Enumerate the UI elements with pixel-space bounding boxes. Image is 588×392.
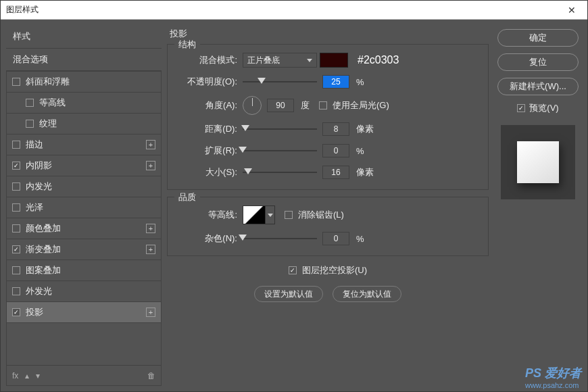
style-label: 外发光 [26, 285, 52, 297]
style-checkbox[interactable] [12, 162, 20, 170]
contour-picker[interactable] [243, 205, 266, 224]
style-item-4[interactable]: 内阴影+ [7, 155, 161, 176]
style-checkbox[interactable] [12, 182, 20, 191]
set-default-button[interactable]: 设置为默认值 [254, 286, 323, 302]
right-column: 确定 复位 新建样式(W)... 预览(V) [494, 25, 582, 386]
contour-dropdown[interactable] [266, 205, 275, 224]
style-label: 投影 [26, 306, 43, 318]
trash-icon[interactable]: 🗑 [147, 371, 155, 381]
angle-label: 角度(A): [178, 99, 243, 112]
angle-field[interactable]: 90 [267, 99, 294, 112]
move-up-icon[interactable]: ▴ [25, 371, 29, 381]
ok-button[interactable]: 确定 [497, 29, 579, 47]
opacity-field[interactable]: 25 [322, 75, 349, 89]
noise-label: 杂色(N): [178, 232, 243, 245]
style-item-0[interactable]: 斜面和浮雕 [7, 72, 161, 93]
sidebar-footer: fx ▴ ▾ 🗑 [6, 366, 162, 386]
distance-field[interactable]: 8 [322, 122, 349, 136]
distance-slider[interactable] [243, 124, 317, 134]
move-down-icon[interactable]: ▾ [36, 371, 40, 381]
size-field[interactable]: 16 [322, 166, 349, 179]
spread-unit: % [356, 146, 364, 156]
style-checkbox[interactable] [12, 287, 20, 295]
style-label: 纹理 [39, 118, 57, 130]
color-hex: #2c0303 [358, 54, 399, 66]
main-panel: 投影 结构 混合模式: 正片叠底 #2c0303 不透明度(O): 25 % 角… [167, 25, 489, 386]
blendmode-label: 混合模式: [178, 54, 243, 66]
style-label: 描边 [26, 139, 43, 151]
angle-dial[interactable] [243, 96, 262, 115]
opacity-unit: % [356, 77, 364, 87]
spread-slider[interactable] [243, 145, 317, 156]
style-checkbox[interactable] [12, 224, 20, 232]
size-unit: 像素 [356, 166, 374, 178]
structure-group: 结构 混合模式: 正片叠底 #2c0303 不透明度(O): 25 % 角度(A… [167, 44, 489, 190]
watermark: PS 爱好者 www.psahz.com [525, 365, 581, 389]
style-item-9[interactable]: 图案叠加 [7, 260, 161, 281]
style-checkbox[interactable] [26, 99, 34, 107]
style-checkbox[interactable] [26, 120, 34, 128]
noise-slider[interactable] [243, 233, 317, 244]
preview-thumbnail [501, 125, 575, 199]
style-list: 斜面和浮雕等高线纹理描边+内阴影+内发光光泽颜色叠加+渐变叠加+图案叠加外发光投… [6, 71, 162, 366]
size-label: 大小(S): [178, 166, 243, 178]
style-checkbox[interactable] [12, 308, 20, 316]
sidebar: 样式 混合选项 斜面和浮雕等高线纹理描边+内阴影+内发光光泽颜色叠加+渐变叠加+… [6, 25, 162, 386]
style-label: 斜面和浮雕 [26, 76, 70, 88]
antialias-checkbox[interactable]: 消除锯齿(L) [285, 209, 344, 221]
preview-checkbox[interactable]: 预览(V) [517, 102, 558, 114]
style-label: 图案叠加 [26, 264, 61, 276]
add-effect-icon[interactable]: + [146, 308, 155, 317]
sidebar-blend-options[interactable]: 混合选项 [6, 49, 162, 71]
style-item-3[interactable]: 描边+ [7, 134, 161, 155]
style-label: 内发光 [26, 180, 52, 193]
add-effect-icon[interactable]: + [146, 245, 155, 254]
effect-title: 投影 [167, 25, 489, 44]
style-item-11[interactable]: 投影+ [7, 302, 161, 323]
window-title: 图层样式 [6, 4, 39, 16]
style-item-8[interactable]: 渐变叠加+ [7, 239, 161, 260]
add-effect-icon[interactable]: + [146, 224, 155, 233]
style-checkbox[interactable] [12, 245, 20, 253]
style-checkbox[interactable] [12, 203, 20, 212]
style-item-6[interactable]: 光泽 [7, 197, 161, 218]
shadow-color-swatch[interactable] [320, 53, 348, 68]
spread-label: 扩展(R): [178, 145, 243, 157]
size-slider[interactable] [243, 167, 317, 178]
opacity-slider[interactable] [243, 76, 317, 87]
fx-menu[interactable]: fx [12, 371, 18, 381]
sidebar-header-styles[interactable]: 样式 [6, 25, 162, 49]
structure-legend: 结构 [174, 39, 200, 51]
style-item-1[interactable]: 等高线 [7, 93, 161, 114]
style-checkbox[interactable] [12, 141, 20, 149]
quality-legend: 品质 [174, 191, 200, 203]
add-effect-icon[interactable]: + [146, 161, 155, 170]
add-effect-icon[interactable]: + [146, 140, 155, 149]
opacity-label: 不透明度(O): [178, 76, 243, 88]
style-item-5[interactable]: 内发光 [7, 176, 161, 197]
spread-field[interactable]: 0 [322, 144, 349, 157]
new-style-button[interactable]: 新建样式(W)... [497, 78, 579, 95]
angle-unit: 度 [301, 99, 310, 112]
distance-unit: 像素 [356, 123, 374, 135]
style-checkbox[interactable] [12, 266, 20, 274]
noise-field[interactable]: 0 [322, 232, 349, 245]
style-label: 颜色叠加 [26, 222, 61, 235]
style-item-7[interactable]: 颜色叠加+ [7, 218, 161, 239]
style-item-2[interactable]: 纹理 [7, 114, 161, 134]
style-checkbox[interactable] [12, 78, 20, 86]
knockout-checkbox[interactable]: 图层挖空投影(U) [289, 264, 367, 276]
reset-default-button[interactable]: 复位为默认值 [333, 286, 401, 302]
blendmode-select[interactable]: 正片叠底 [243, 53, 317, 68]
layer-style-dialog: 图层样式 ✕ 样式 混合选项 斜面和浮雕等高线纹理描边+内阴影+内发光光泽颜色叠… [0, 0, 588, 392]
global-light-checkbox[interactable]: 使用全局光(G) [319, 99, 389, 112]
noise-unit: % [356, 234, 364, 244]
distance-label: 距离(D): [178, 123, 243, 135]
reset-button[interactable]: 复位 [497, 53, 579, 71]
dialog-body: 样式 混合选项 斜面和浮雕等高线纹理描边+内阴影+内发光光泽颜色叠加+渐变叠加+… [1, 20, 587, 391]
preview-inner [517, 141, 559, 183]
style-label: 渐变叠加 [26, 243, 61, 255]
style-label: 等高线 [39, 97, 66, 109]
style-item-10[interactable]: 外发光 [7, 281, 161, 302]
close-button[interactable]: ✕ [562, 3, 582, 17]
